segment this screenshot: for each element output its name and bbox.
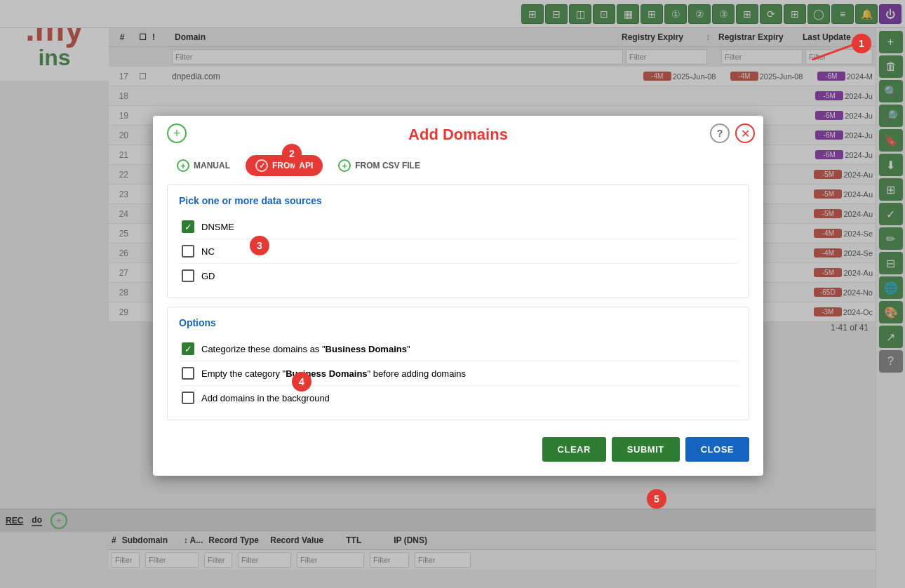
clear-button[interactable]: CLEAR	[542, 437, 606, 462]
data-sources-title: Pick one or more data sources	[179, 195, 737, 206]
step-badge-1: 1	[852, 34, 871, 53]
tab-manual-icon: +	[177, 159, 189, 172]
empty-category-option[interactable]: Empty the category "Business Domains" be…	[179, 361, 737, 386]
step-badge-3: 3	[250, 236, 269, 255]
step-badge-2: 2	[282, 144, 302, 163]
background-option[interactable]: Add domains in the background	[179, 386, 737, 410]
modal-add-domains: + Add Domains ? ✕ + MANUAL ✓ FROM API + …	[153, 116, 763, 476]
nc-label: NC	[201, 246, 215, 257]
tab-csv-icon: +	[338, 159, 351, 172]
modal-header: + Add Domains ? ✕	[153, 116, 763, 151]
options-title: Options	[179, 317, 737, 328]
step-badge-5: 5	[647, 489, 666, 509]
background-checkbox[interactable]	[182, 392, 194, 404]
empty-category-label: Empty the category "Business Domains" be…	[201, 368, 466, 379]
tab-from-csv[interactable]: + FROM CSV FILE	[328, 155, 430, 176]
step-badge-4: 4	[292, 372, 311, 392]
dnsme-label: DNSME	[201, 222, 234, 232]
categorize-option[interactable]: ✓ Categorize these domains as "Business …	[179, 337, 737, 361]
gd-label: GD	[201, 271, 215, 281]
modal-help-button[interactable]: ?	[710, 123, 730, 143]
dnsme-checkbox[interactable]: ✓	[182, 220, 194, 233]
gd-checkbox[interactable]	[182, 269, 194, 282]
close-button[interactable]: CLOSE	[685, 437, 749, 462]
options-section: Options ✓ Categorize these domains as "B…	[167, 307, 749, 420]
tab-row: + MANUAL ✓ FROM API + FROM CSV FILE	[153, 151, 763, 185]
nc-checkbox[interactable]	[182, 245, 194, 258]
gd-option[interactable]: GD	[179, 264, 737, 288]
modal-title: Add Domains	[408, 126, 508, 144]
empty-category-checkbox[interactable]	[182, 367, 194, 380]
modal-footer: CLEAR SUBMIT CLOSE	[153, 429, 763, 462]
tab-manual-label: MANUAL	[194, 161, 230, 171]
tab-api-icon: ✓	[255, 159, 268, 172]
modal-add-icon[interactable]: +	[167, 123, 187, 143]
categorize-label: Categorize these domains as "Business Do…	[201, 344, 410, 354]
submit-button[interactable]: SUBMIT	[612, 437, 680, 462]
categorize-checkbox[interactable]: ✓	[182, 342, 194, 355]
background-label: Add domains in the background	[201, 393, 330, 403]
modal-close-x-button[interactable]: ✕	[735, 123, 755, 143]
tab-manual[interactable]: + MANUAL	[167, 155, 240, 176]
tab-csv-label: FROM CSV FILE	[355, 161, 420, 171]
